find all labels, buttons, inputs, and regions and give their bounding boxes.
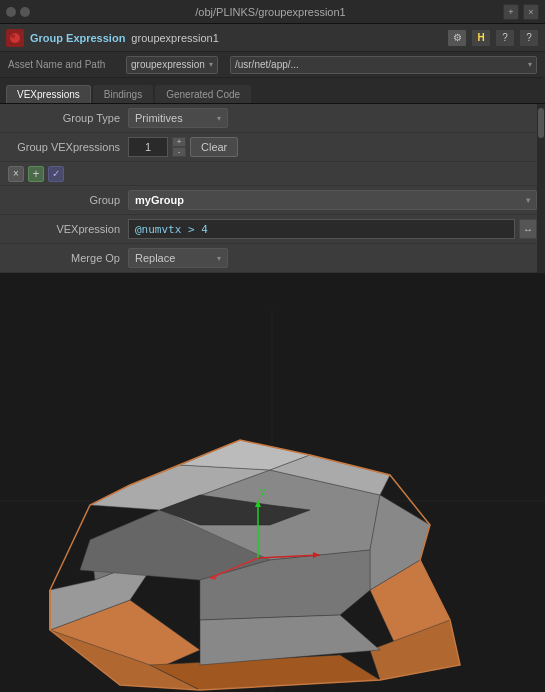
vexpression-control: @numvtx > 4 ↔ [128,219,537,239]
action-row: × + ✓ [0,162,545,186]
node-header: Group Expression groupexpression1 ⚙ H ? … [0,24,545,52]
node-icon [6,29,24,47]
node-name-label: groupexpression1 [131,32,218,44]
asset-name-arrow: ▾ [209,60,213,69]
tab-vexpressions[interactable]: VEXpressions [6,85,91,103]
group-type-label: Group Type [8,112,128,124]
merge-op-value: Replace [135,252,175,264]
mesh-area: y [0,310,545,692]
group-dropdown[interactable]: myGroup ▾ [128,190,537,210]
info-button[interactable]: ? [495,29,515,47]
node-header-buttons: ⚙ H ? ? [447,29,539,47]
panel-content: Group Type Primitives ▾ Group VEXpressio… [0,104,545,273]
group-type-control: Primitives ▾ [128,108,537,128]
tab-bindings[interactable]: Bindings [93,85,153,103]
asset-name-row: Asset Name and Path groupexpression ▾ /u… [0,52,545,78]
asset-name-value: groupexpression [131,59,205,70]
group-vexpressions-control: 1 + - Clear [128,137,537,157]
asset-path-arrow: ▾ [528,60,532,69]
group-type-row: Group Type Primitives ▾ [0,104,545,133]
gear-button[interactable]: ⚙ [447,29,467,47]
h-button[interactable]: H [471,29,491,47]
group-vexpressions-input[interactable]: 1 [128,137,168,157]
add-vex-button[interactable]: + [28,166,44,182]
close-button[interactable]: × [523,4,539,20]
tabs-row: VEXpressions Bindings Generated Code [0,78,545,104]
asset-name-label: Asset Name and Path [8,59,118,70]
title-bar-window-controls [6,7,30,17]
group-control: myGroup ▾ [128,190,537,210]
vexpression-row: VEXpression @numvtx > 4 ↔ [0,215,545,244]
confirm-button[interactable]: ✓ [48,166,64,182]
asset-path-value: /usr/net/app/... [235,59,299,70]
merge-op-arrow: ▾ [217,254,221,263]
group-value: myGroup [135,194,184,206]
stepper-up-button[interactable]: + [172,137,186,147]
group-arrow: ▾ [526,196,530,205]
remove-button[interactable]: × [8,166,24,182]
node-type-label: Group Expression [30,32,125,44]
title-bar: /obj/PLINKS/groupexpression1 + × [0,0,545,24]
title-bar-actions: + × [503,4,539,20]
add-button[interactable]: + [503,4,519,20]
asset-name-dropdown[interactable]: groupexpression ▾ [126,56,218,74]
merge-op-control: Replace ▾ [128,248,537,268]
merge-op-row: Merge Op Replace ▾ [0,244,545,273]
merge-op-label: Merge Op [8,252,128,264]
clear-button[interactable]: Clear [190,137,238,157]
tab-generated-code[interactable]: Generated Code [155,85,251,103]
viewport: y [0,310,545,692]
scrollbar-thumb[interactable] [538,108,544,138]
vexpressions-stepper: + - [172,137,186,157]
stepper-down-button[interactable]: - [172,147,186,157]
group-type-dropdown[interactable]: Primitives ▾ [128,108,228,128]
merge-op-dropdown[interactable]: Replace ▾ [128,248,228,268]
group-label: Group [8,194,128,206]
group-type-value: Primitives [135,112,183,124]
group-row: Group myGroup ▾ [0,186,545,215]
group-type-arrow: ▾ [217,114,221,123]
asset-path-dropdown[interactable]: /usr/net/app/... ▾ [230,56,537,74]
group-vexpressions-row: Group VEXpressions 1 + - Clear [0,133,545,162]
window-control-dot2 [20,7,30,17]
title-bar-path: /obj/PLINKS/groupexpression1 [38,6,503,18]
svg-text:y: y [260,486,265,497]
group-vexpressions-label: Group VEXpressions [8,141,128,153]
vexpression-input[interactable]: @numvtx > 4 [128,219,515,239]
scrollbar[interactable] [537,104,545,273]
help-button[interactable]: ? [519,29,539,47]
window-control-dot [6,7,16,17]
svg-point-0 [10,33,20,43]
vexpression-label: VEXpression [8,223,128,235]
vexpression-expand-button[interactable]: ↔ [519,219,537,239]
svg-point-1 [11,34,15,38]
mesh-svg: y [0,310,545,692]
